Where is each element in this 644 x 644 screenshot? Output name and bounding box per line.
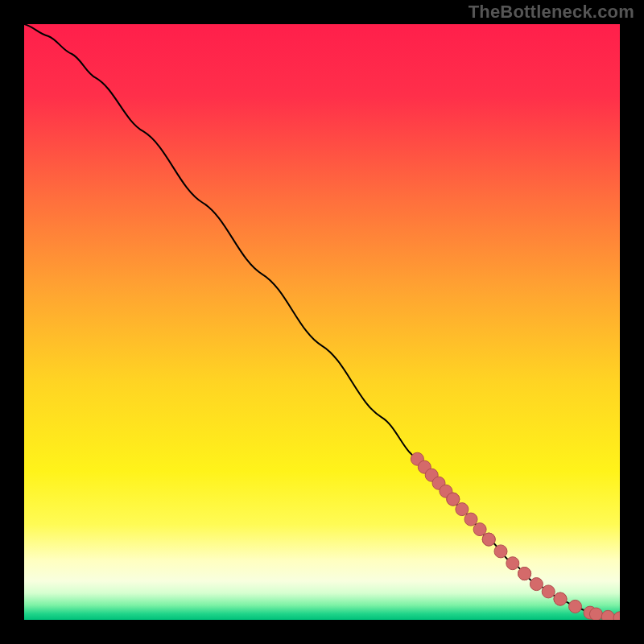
curve-marker <box>447 493 460 506</box>
curve-marker <box>530 578 543 591</box>
plot-area <box>24 24 620 620</box>
curve-marker <box>456 503 469 516</box>
curve-marker <box>569 600 582 613</box>
curve-marker <box>589 608 602 620</box>
curve-marker <box>613 612 620 620</box>
curve-marker <box>494 545 507 558</box>
curve-marker <box>464 513 477 526</box>
curve-marker <box>518 568 531 580</box>
curve-marker <box>554 592 567 605</box>
marker-group <box>411 452 620 620</box>
chart-stage: TheBottleneck.com <box>0 0 644 644</box>
curve-marker <box>601 610 614 620</box>
watermark-text: TheBottleneck.com <box>469 2 634 23</box>
curve-marker <box>482 533 495 546</box>
bottleneck-curve-path <box>24 24 620 618</box>
curve-marker <box>473 523 486 536</box>
curve-marker <box>542 585 555 598</box>
curve-marker <box>506 557 519 570</box>
curve-layer <box>24 24 620 620</box>
